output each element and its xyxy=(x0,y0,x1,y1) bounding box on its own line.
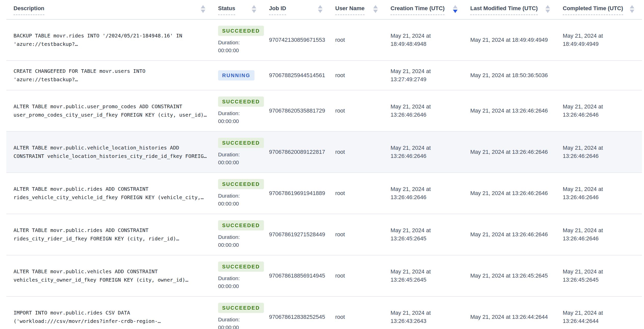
sort-icon xyxy=(545,5,550,13)
duration-label: Duration: xyxy=(218,192,256,200)
table-row[interactable]: BACKUP TABLE movr.rides INTO '/2024/05/2… xyxy=(6,19,642,61)
duration-block: Duration: 00:00:00 xyxy=(218,150,256,166)
user-name: root xyxy=(335,72,345,78)
last-modified-time: May 21, 2024 at 13:26:46:2646 xyxy=(470,190,548,196)
duration-value: 00:00:00 xyxy=(218,282,256,290)
last-modified-time: May 21, 2024 at 18:49:49:4949 xyxy=(470,37,548,43)
job-description-link[interactable]: ALTER TABLE movr.public.vehicle_location… xyxy=(14,144,208,160)
column-label: User Name xyxy=(335,5,365,15)
last-modified-time: May 21, 2024 at 13:26:44:2644 xyxy=(470,314,548,320)
sort-icon xyxy=(201,5,205,13)
table-row[interactable]: IMPORT INTO movr.public.rides CSV DATA (… xyxy=(6,296,642,329)
table-row[interactable]: ALTER TABLE movr.public.vehicles ADD CON… xyxy=(6,255,642,296)
duration-label: Duration: xyxy=(218,109,256,117)
duration-block: Duration: 00:00:00 xyxy=(218,274,256,290)
job-id: 970678825944514561 xyxy=(269,72,325,78)
completed-time: May 21, 2024 at 13:26:46:2646 xyxy=(563,227,603,242)
table-header-row: Description Status Job ID User Name xyxy=(6,0,642,19)
column-header-last-modified-time[interactable]: Last Modified Time (UTC) xyxy=(470,0,563,19)
job-description-link[interactable]: ALTER TABLE movr.public.rides ADD CONSTR… xyxy=(14,185,208,202)
duration-label: Duration: xyxy=(218,233,256,241)
completed-time: May 21, 2024 at 13:26:46:2646 xyxy=(563,186,603,200)
sort-icon xyxy=(252,5,256,13)
last-modified-time: May 21, 2024 at 13:26:46:2646 xyxy=(470,149,548,155)
creation-time: May 21, 2024 at 13:26:43:2643 xyxy=(391,310,431,324)
column-header-completed-time[interactable]: Completed Time (UTC) xyxy=(563,0,642,19)
job-id: 970678619691941889 xyxy=(269,190,325,196)
column-header-creation-time[interactable]: Creation Time (UTC) xyxy=(391,0,470,19)
creation-time: May 21, 2024 at 13:26:46:2646 xyxy=(391,186,431,200)
user-name: root xyxy=(335,190,345,196)
duration-label: Duration: xyxy=(218,150,256,158)
status-badge: SUCCEEDED xyxy=(218,97,264,107)
status-badge: SUCCEEDED xyxy=(218,303,264,313)
sort-desc-icon xyxy=(453,5,458,13)
completed-time: May 21, 2024 at 13:26:44:2644 xyxy=(563,310,603,324)
user-name: root xyxy=(335,149,345,155)
column-label: Last Modified Time (UTC) xyxy=(470,5,538,15)
job-description-link[interactable]: ALTER TABLE movr.public.user_promo_codes… xyxy=(14,102,208,119)
duration-value: 00:00:00 xyxy=(218,200,256,208)
job-id: 970678620535881729 xyxy=(269,107,325,114)
job-description-link[interactable]: ALTER TABLE movr.public.vehicles ADD CON… xyxy=(14,267,208,284)
duration-value: 00:00:00 xyxy=(218,117,256,125)
column-label: Status xyxy=(218,5,235,15)
status-badge: SUCCEEDED xyxy=(218,26,264,36)
status-badge: RUNNING xyxy=(218,70,254,80)
job-description-link[interactable]: IMPORT INTO movr.public.rides CSV DATA (… xyxy=(14,309,208,325)
column-header-user-name[interactable]: User Name xyxy=(335,0,391,19)
creation-time: May 21, 2024 at 13:27:49:2749 xyxy=(391,68,431,83)
jobs-table-body: BACKUP TABLE movr.rides INTO '/2024/05/2… xyxy=(6,19,642,329)
duration-block: Duration: 00:00:00 xyxy=(218,192,256,208)
duration-label: Duration: xyxy=(218,316,256,323)
job-id: 970678620089122817 xyxy=(269,149,325,155)
completed-time: May 21, 2024 at 18:49:49:4949 xyxy=(563,33,603,47)
creation-time: May 21, 2024 at 13:26:45:2645 xyxy=(391,227,431,242)
table-row[interactable]: CREATE CHANGEFEED FOR TABLE movr.users I… xyxy=(6,61,642,90)
user-name: root xyxy=(335,37,345,43)
table-row[interactable]: ALTER TABLE movr.public.rides ADD CONSTR… xyxy=(6,214,642,255)
last-modified-time: May 21, 2024 at 13:26:45:2645 xyxy=(470,272,548,279)
jobs-table: Description Status Job ID User Name xyxy=(6,0,642,329)
job-description-link[interactable]: ALTER TABLE movr.public.rides ADD CONSTR… xyxy=(14,226,208,243)
last-modified-time: May 21, 2024 at 18:50:36:5036 xyxy=(470,72,548,78)
table-row[interactable]: ALTER TABLE movr.public.rides ADD CONSTR… xyxy=(6,173,642,214)
job-description-link[interactable]: CREATE CHANGEFEED FOR TABLE movr.users I… xyxy=(14,67,208,84)
duration-label: Duration: xyxy=(218,274,256,282)
duration-value: 00:00:00 xyxy=(218,241,256,249)
user-name: root xyxy=(335,272,345,279)
job-id: 970678618856914945 xyxy=(269,272,325,279)
user-name: root xyxy=(335,314,345,320)
job-description-link[interactable]: BACKUP TABLE movr.rides INTO '/2024/05/2… xyxy=(14,32,208,48)
user-name: root xyxy=(335,231,345,238)
sort-icon xyxy=(318,5,323,13)
duration-block: Duration: 00:00:00 xyxy=(218,109,256,125)
status-badge: SUCCEEDED xyxy=(218,138,264,148)
column-header-job-id[interactable]: Job ID xyxy=(269,0,335,19)
column-header-status[interactable]: Status xyxy=(218,0,269,19)
creation-time: May 21, 2024 at 13:26:46:2646 xyxy=(391,103,431,118)
user-name: root xyxy=(335,107,345,114)
table-row[interactable]: ALTER TABLE movr.public.user_promo_codes… xyxy=(6,90,642,131)
duration-block: Duration: 00:00:00 xyxy=(218,316,256,329)
last-modified-time: May 21, 2024 at 13:26:46:2646 xyxy=(470,107,548,114)
status-badge: SUCCEEDED xyxy=(218,262,264,272)
duration-value: 00:00:00 xyxy=(218,323,256,329)
table-row[interactable]: ALTER TABLE movr.public.vehicle_location… xyxy=(6,131,642,173)
column-label: Creation Time (UTC) xyxy=(391,5,445,15)
creation-time: May 21, 2024 at 18:49:48:4948 xyxy=(391,33,431,47)
status-badge: SUCCEEDED xyxy=(218,220,264,230)
status-badge: SUCCEEDED xyxy=(218,179,264,189)
duration-block: Duration: 00:00:00 xyxy=(218,38,256,54)
job-id: 970678619271528449 xyxy=(269,231,325,238)
creation-time: May 21, 2024 at 13:26:46:2646 xyxy=(391,145,431,159)
column-header-description[interactable]: Description xyxy=(6,0,218,19)
column-label: Job ID xyxy=(269,5,286,15)
sort-icon xyxy=(630,5,634,13)
last-modified-time: May 21, 2024 at 13:26:46:2646 xyxy=(470,231,548,238)
sort-icon xyxy=(373,5,378,13)
column-label: Description xyxy=(14,5,44,15)
duration-block: Duration: 00:00:00 xyxy=(218,233,256,249)
job-id: 970678612838252545 xyxy=(269,314,325,320)
job-id: 970742130859671553 xyxy=(269,37,325,43)
